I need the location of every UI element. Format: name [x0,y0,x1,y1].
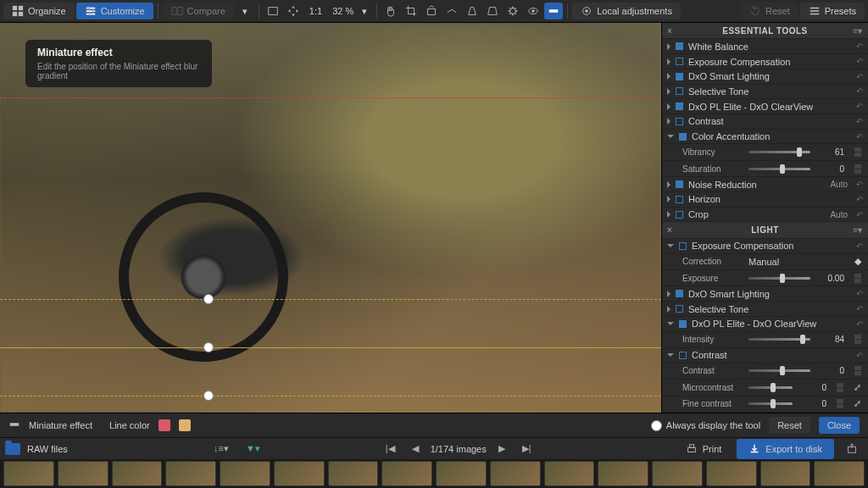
thumbnail[interactable] [3,461,54,486]
tool-exposure-comp[interactable]: Exposure Compensation↶ [662,54,868,69]
contrast-slider[interactable]: Contrast0 [662,363,868,380]
sort-button[interactable]: ↓≡▾ [209,441,234,457]
perspective2-icon[interactable] [483,3,502,19]
svg-point-15 [585,9,588,13]
hand-icon[interactable] [381,3,400,19]
customize-tab[interactable]: Customize [76,3,153,19]
blur-line-top-outer[interactable] [0,97,661,98]
tool-contrast-2[interactable]: Contrast↶ [662,348,868,363]
svg-rect-7 [171,8,175,15]
compare-dropdown[interactable]: ▾ [236,3,254,19]
tool-clearview[interactable]: DxO PL Elite - DxO ClearView↶ [662,99,868,114]
tool-crop[interactable]: CropAuto↶ [662,208,868,223]
svg-rect-18 [689,444,693,447]
miniature-icon[interactable] [544,3,563,19]
light-panel-header: × LIGHT ≡▾ [662,222,868,238]
effect-reset-button[interactable]: Reset [769,417,810,434]
thumbnail[interactable] [220,461,270,486]
tool-selective-tone[interactable]: Selective Tone↶ [662,85,868,100]
gradient-handle[interactable] [203,294,214,304]
menu-icon[interactable]: ≡▾ [853,26,863,36]
tool-selective-2[interactable]: Selective Tone↶ [662,302,868,317]
tool-noise[interactable]: Noise ReductionAuto↶ [662,177,868,192]
gradient-handle[interactable] [203,342,214,352]
exposure-slider[interactable]: Exposure0.00 [662,270,868,286]
organize-tab[interactable]: Organize [3,3,75,19]
zoom-control[interactable]: 1:132 %▾ [304,6,372,17]
tool-white-balance[interactable]: White Balance↶ [662,39,868,54]
thumbnail[interactable] [598,461,648,486]
essential-panel-header: × ESSENTIAL TOOLS ≡▾ [662,23,868,39]
next-button[interactable]: ▶ [493,441,510,457]
reset-button[interactable]: Reset [741,3,798,19]
eye-icon[interactable] [524,3,542,19]
svg-rect-16 [10,423,19,426]
micro-slider[interactable]: Microcontrast0⤢ [662,380,868,396]
color-swatch-2[interactable] [179,419,191,431]
crop-icon[interactable] [402,3,420,19]
move-icon[interactable] [284,3,303,19]
svg-rect-0 [13,6,17,10]
svg-point-4 [86,7,90,10]
close-icon[interactable]: × [667,26,672,36]
print-button[interactable]: Print [677,439,731,459]
tool-horizon[interactable]: Horizon↶ [662,192,868,208]
thumbnail[interactable] [490,461,541,486]
fit-icon[interactable] [264,3,282,19]
blur-line-top-inner[interactable] [0,299,661,300]
tool-color-accentuation[interactable]: Color Accentuation↶ [662,130,868,145]
image-viewer[interactable]: Miniature effect Edit the position of th… [0,23,661,413]
first-button[interactable]: |◀ [381,441,400,457]
perspective-icon[interactable] [463,3,481,19]
saturation-slider[interactable]: Saturation0 [662,161,868,177]
export-button[interactable]: Export to disk [737,439,834,459]
local-adjustments-button[interactable]: Local adjustments [572,3,681,19]
thumbnail[interactable] [436,461,487,486]
tool-clearview-2[interactable]: DxO PL Elite - DxO ClearView↶ [662,317,868,332]
folder-icon[interactable] [5,443,20,455]
svg-rect-1 [19,6,23,10]
effect-close-button[interactable]: Close [819,417,860,434]
intensity-slider[interactable]: Intensity84 [662,332,868,348]
blur-line-bottom-inner[interactable] [0,396,661,396]
horizon-icon[interactable] [442,3,461,19]
svg-rect-9 [269,8,278,15]
tool-contrast[interactable]: Contrast↶ [662,114,868,130]
correction-dropdown[interactable]: CorrectionManual◆ [662,254,868,270]
thumbnail[interactable] [381,461,432,486]
prev-button[interactable]: ◀ [407,441,424,457]
vibrancy-slider[interactable]: Vibrancy61 [662,144,868,160]
share-icon[interactable] [841,440,863,458]
thumbnail[interactable] [706,461,757,486]
thumbnail[interactable] [165,461,216,486]
close-icon[interactable]: × [667,225,672,235]
thumbnail[interactable] [112,461,163,486]
thumbnail[interactable] [58,461,108,486]
color-swatch-1[interactable] [159,419,170,431]
tool-smart-lighting[interactable]: DxO Smart Lighting↶ [662,69,868,85]
gradient-handle[interactable] [203,391,214,401]
right-sidebar: × ESSENTIAL TOOLS ≡▾ White Balance↶ Expo… [661,23,868,413]
menu-icon[interactable]: ≡▾ [853,225,863,235]
effect-tooltip: Miniature effect Edit the position of th… [25,40,212,87]
thumbnail[interactable] [274,461,325,486]
always-display-toggle[interactable]: Always display the tool [651,420,760,431]
svg-rect-8 [177,8,181,15]
rotate-icon[interactable] [422,3,441,19]
main-area: Miniature effect Edit the position of th… [0,23,868,413]
thumbnail[interactable] [652,461,703,486]
thumbnail[interactable] [760,461,811,486]
thumbnail[interactable] [814,461,865,486]
tool-exp-comp-2[interactable]: Exposure Compensation↶ [662,239,868,254]
last-button[interactable]: ▶| [517,441,537,457]
thumbnail[interactable] [328,461,379,486]
center-line[interactable] [0,347,661,348]
tool-smart-2[interactable]: DxO Smart Lighting↶ [662,286,868,302]
compare-button[interactable]: Compare [163,3,234,19]
filter-button[interactable]: ▼▾ [241,441,265,457]
presets-button[interactable]: Presets [800,3,865,19]
wb-icon[interactable] [504,3,522,19]
fine-slider[interactable]: Fine contrast0⤢ [662,396,868,413]
thumbnail[interactable] [544,461,595,486]
filmstrip[interactable] [0,459,868,488]
